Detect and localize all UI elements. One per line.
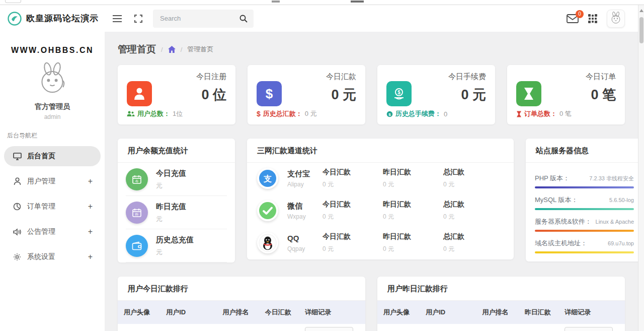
main-content: 管理首页 / / 管理首页 今日注册 0 位 用户总数： — [105, 32, 638, 331]
stat-footer-label: 订单总数： — [524, 109, 557, 118]
gear-icon — [12, 253, 22, 261]
home-icon[interactable] — [168, 46, 176, 53]
dollar-mini-icon: $ — [257, 110, 261, 118]
svg-text:今: 今 — [135, 179, 139, 183]
column-header: 用户头像 — [124, 308, 166, 317]
sidebar-item-label: 公告管理 — [27, 227, 55, 236]
search-box — [153, 10, 254, 28]
breadcrumb-current[interactable]: 管理首页 — [187, 45, 213, 54]
profile-name: 官方管理员 — [0, 102, 105, 111]
sidebar-item-users[interactable]: 用户管理 + — [4, 171, 101, 191]
sidebar-item-dashboard[interactable]: 后台首页 — [4, 146, 101, 166]
apps-icon — [588, 14, 598, 24]
window-scrollbar[interactable] — [638, 5, 644, 331]
detail-record-button[interactable] — [565, 327, 613, 331]
panel-title: 用户今日汇款排行 — [118, 277, 365, 301]
channel-row-alipay: 支 支付宝 Alipay 今日汇款0 元 昨日汇款0 元 总汇款0 元 — [247, 163, 514, 195]
brand[interactable]: 欧皇源码论坛演示 — [0, 11, 105, 26]
search-input[interactable] — [153, 10, 254, 28]
expand-plus-icon[interactable]: + — [88, 227, 93, 236]
top-navbar: 欧皇源码论坛演示 0 — [0, 5, 638, 32]
column-header: 用户ID — [166, 308, 222, 317]
monitor-icon — [12, 153, 22, 160]
recharge-value: 元 — [156, 181, 186, 190]
cropped-fragment — [272, 1, 280, 3]
server-value: 5.6.50-log — [609, 197, 634, 203]
yesterday-ranking-table: 用户昨日汇款排行 用户头像 用户ID 用户排名 昨日汇款 详细记录 — [377, 277, 625, 331]
mysql-version-bar — [535, 208, 634, 210]
user-avatar[interactable] — [607, 10, 625, 28]
channel-col-value: 0 元 — [383, 180, 443, 189]
profile-username: admin — [0, 113, 105, 120]
recharge-label: 今日充值 — [156, 169, 186, 178]
server-value: 69.u7u.top — [608, 240, 634, 246]
apps-button[interactable] — [588, 14, 598, 24]
fullscreen-button[interactable] — [130, 10, 147, 27]
sidebar-item-orders[interactable]: 订单管理 + — [4, 196, 101, 217]
channel-row-qq: QQ Qqpay 今日汇款0 元 昨日汇款0 元 总汇款0 元 — [247, 227, 514, 259]
scrollbar-thumb[interactable] — [639, 17, 643, 43]
server-row-mysql: MySQL 版本： 5.6.50-log — [535, 195, 634, 210]
stat-title: 今日汇款 — [326, 72, 356, 82]
brand-logo-icon — [7, 11, 22, 26]
rabbit-avatar-icon — [609, 12, 623, 26]
sidebar: WWW.OHBBS.CN 官方管理员 admin 后台导航栏 后台首页 — [0, 32, 105, 331]
recharge-value: 元 — [156, 248, 194, 257]
column-header: 昨日汇款 — [525, 308, 565, 317]
stat-title: 今日注册 — [196, 72, 226, 82]
svg-text:$: $ — [388, 112, 391, 116]
column-header: 用户头像 — [383, 308, 426, 317]
stat-footer-label: 历史总汇款： — [263, 109, 302, 118]
stat-card-remittance: $ 今日汇款 0 元 $ 历史总汇款： 0 元 — [248, 65, 365, 124]
server-row-os: 服务器系统&软件： Linux & Apache — [535, 217, 634, 232]
user-icon — [127, 81, 152, 106]
top-cropped-strip — [0, 0, 644, 5]
sidebar-item-label: 系统设置 — [27, 252, 55, 261]
messages-button[interactable]: 0 — [567, 14, 579, 23]
rabbit-avatar-icon — [36, 62, 68, 97]
panel-title: 三网汇款通道统计 — [247, 139, 514, 163]
channel-col-value: 0 元 — [383, 213, 443, 221]
column-header: 详细记录 — [305, 308, 359, 317]
server-label: MySQL 版本： — [535, 195, 578, 205]
recharge-label: 昨日充值 — [156, 202, 186, 212]
coin-slot-icon: $ — [386, 81, 412, 106]
channel-col-value: 0 元 — [323, 180, 383, 189]
stat-footer-value: 0 — [444, 110, 447, 118]
alipay-icon: 支 — [257, 168, 278, 189]
stat-card-orders: 今日订单 0 笔 订单总数： 0 笔 — [507, 65, 625, 124]
detail-record-button[interactable] — [305, 327, 353, 331]
scroll-up-arrow-icon[interactable] — [639, 9, 643, 12]
stat-card-fees: $ 今日手续费 0 元 $ 历史总手续费： 0 — [377, 65, 495, 124]
stat-footer-label: 用户总数： — [137, 109, 170, 118]
search-icon[interactable] — [239, 14, 250, 24]
channel-col-label: 昨日汇款 — [383, 168, 443, 177]
recharge-label: 历史总充值 — [156, 235, 194, 245]
sidebar-item-label: 订单管理 — [27, 202, 55, 211]
sidebar-item-announcements[interactable]: 公告管理 + — [4, 222, 101, 242]
site-name: WWW.OHBBS.CN — [0, 46, 105, 55]
profile-avatar[interactable] — [36, 62, 68, 97]
qq-pay-icon — [257, 232, 278, 253]
expand-plus-icon[interactable]: + — [88, 202, 93, 211]
column-header: 用户排名 — [482, 308, 525, 317]
channel-col-value: 0 元 — [443, 180, 504, 189]
sidebar-item-label: 后台首页 — [27, 152, 55, 161]
sidebar-toggle-button[interactable] — [109, 10, 126, 27]
users-group-icon — [127, 111, 135, 117]
domain-bar — [535, 251, 634, 253]
table-row — [118, 324, 365, 331]
breadcrumb-separator: / — [161, 46, 163, 53]
profile: 官方管理员 admin — [0, 62, 105, 120]
expand-plus-icon[interactable]: + — [88, 177, 93, 186]
server-value: 7.2.33 非线程安全 — [589, 175, 634, 182]
channel-col-value: 0 元 — [323, 213, 383, 221]
channel-col-label: 今日汇款 — [323, 168, 383, 177]
sidebar-item-settings[interactable]: 系统设置 + — [4, 247, 101, 267]
expand-plus-icon[interactable]: + — [88, 252, 93, 261]
breadcrumb-separator: / — [181, 46, 183, 53]
channel-col-value: 0 元 — [443, 245, 504, 253]
server-info-panel: 站点服务器信息 PHP 版本： 7.2.33 非线程安全 MySQL 版本： 5… — [526, 139, 638, 261]
stat-title: 今日手续费 — [448, 72, 486, 82]
server-row-php: PHP 版本： 7.2.33 非线程安全 — [535, 174, 634, 188]
